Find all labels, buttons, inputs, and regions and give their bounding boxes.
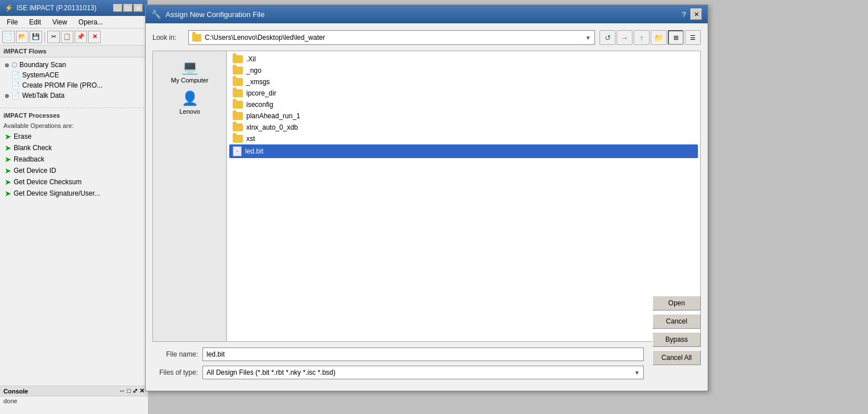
places-panel: 💻 My Computer 👤 Lenovo xyxy=(153,51,227,341)
file-label-xst: xst xyxy=(246,135,255,143)
menu-file[interactable]: File xyxy=(5,17,20,27)
process-blank-check[interactable]: ➤ Blank Check xyxy=(0,142,147,154)
close-btn[interactable]: ✕ xyxy=(134,4,143,12)
console-content: done xyxy=(0,396,148,405)
file-label-xil: .Xil xyxy=(246,55,256,63)
menu-opera[interactable]: Opera... xyxy=(76,17,105,27)
look-in-path: C:\Users\Lenovo\Desktop\led\led_water xyxy=(205,34,325,42)
minimize-btn[interactable]: _ xyxy=(113,4,122,12)
menu-view[interactable]: View xyxy=(50,17,69,27)
folder-icon-planahead xyxy=(233,112,243,120)
combo-dropdown-arrow[interactable]: ▼ xyxy=(585,35,591,41)
console-expand[interactable]: ⤢ xyxy=(133,387,138,395)
sidebar-item-webtalk[interactable]: ⊕ 📄 WebTalk Data xyxy=(0,90,147,101)
new-btn[interactable]: 📄 xyxy=(2,31,15,43)
process-erase[interactable]: ➤ Erase xyxy=(0,131,147,142)
folder-icon-xil xyxy=(233,55,243,63)
dialog-close-button[interactable]: ✕ xyxy=(691,9,702,20)
app-toolbar: 📄 📂 💾 ✂ 📋 📌 ✕ xyxy=(0,28,147,45)
look-in-combo[interactable]: C:\Users\Lenovo\Desktop\led\led_water ▼ xyxy=(188,30,595,45)
app-title: ISE iMPACT (P.20131013) xyxy=(16,4,97,12)
file-item-ipcore[interactable]: ipcore_dir xyxy=(229,88,698,99)
sidebar-item-create-prom[interactable]: 📄 Create PROM File (PRO... xyxy=(0,80,147,90)
console-close[interactable]: ✕ xyxy=(139,387,144,395)
save-btn[interactable]: 💾 xyxy=(30,31,42,43)
arrow-icon-erase: ➤ xyxy=(5,132,11,141)
action-buttons: Open Cancel Bypass Cancel All xyxy=(652,296,701,365)
sidebar-tree: ⊕ ⬡ Boundary Scan 📄 SystemACE 📄 Create P… xyxy=(0,57,147,103)
files-panel: .Xil _ngo _xmsgs ipcore_dir iseconfig xyxy=(227,51,700,341)
dialog-title: Assign New Configuration File xyxy=(166,10,264,19)
files-of-type-value: All Design Files (*.bit *.rbt *.nky *.is… xyxy=(206,369,336,376)
place-my-computer[interactable]: 💻 My Computer xyxy=(155,56,224,87)
readback-label: Readback xyxy=(14,155,44,163)
get-device-id-label: Get Device ID xyxy=(14,167,56,175)
file-item-xlnx[interactable]: xlnx_auto_0_xdb xyxy=(229,122,698,133)
help-button[interactable]: ? xyxy=(682,10,686,19)
bypass-button[interactable]: Bypass xyxy=(652,332,701,347)
boundary-scan-label: Boundary Scan xyxy=(19,61,66,69)
files-of-type-select[interactable]: All Design Files (*.bit *.rbt *.nky *.is… xyxy=(202,366,644,379)
toolbar-sep1 xyxy=(44,32,45,42)
process-get-device-id[interactable]: ➤ Get Device ID xyxy=(0,165,147,176)
open-button[interactable]: Open xyxy=(652,296,701,310)
files-of-type-label: Files of type: xyxy=(152,369,198,376)
delete-btn[interactable]: ✕ xyxy=(88,31,101,43)
view-icons-btn[interactable]: ⊞ xyxy=(668,30,684,45)
place-lenovo[interactable]: 👤 Lenovo xyxy=(155,87,224,118)
nav-new-folder-btn[interactable]: 📁 xyxy=(651,30,667,45)
sidebar-item-boundary-scan[interactable]: ⊕ ⬡ Boundary Scan xyxy=(0,60,147,70)
file-item-xil[interactable]: .Xil xyxy=(229,53,698,65)
nav-back-btn[interactable]: ↺ xyxy=(600,30,615,45)
cancel-all-button[interactable]: Cancel All xyxy=(652,350,701,365)
paste-btn[interactable]: 📌 xyxy=(75,31,87,43)
console-arrow-left[interactable]: ↔ xyxy=(119,387,125,395)
bit-file-icon: ▪ xyxy=(233,146,242,156)
file-item-xmsgs[interactable]: _xmsgs xyxy=(229,76,698,88)
folder-icon-ngo xyxy=(233,67,243,74)
view-list-btn[interactable]: ☰ xyxy=(685,30,701,45)
open-btn[interactable]: 📂 xyxy=(16,31,28,43)
look-in-label: Look in: xyxy=(152,34,184,42)
nav-forward-btn[interactable]: → xyxy=(617,30,633,45)
type-dropdown-arrow[interactable]: ▼ xyxy=(634,370,640,376)
user-icon: 👤 xyxy=(181,90,199,106)
file-item-planahead[interactable]: planAhead_run_1 xyxy=(229,110,698,122)
doc-icon: 📄 xyxy=(11,71,20,79)
files-of-type-row: Files of type: All Design Files (*.bit *… xyxy=(152,366,644,379)
folder-icon xyxy=(192,34,201,42)
sidebar-item-systemace[interactable]: 📄 SystemACE xyxy=(0,70,147,80)
file-item-iseconfig[interactable]: iseconfig xyxy=(229,99,698,110)
process-get-signature[interactable]: ➤ Get Device Signature/User... xyxy=(0,188,147,199)
browser-container: 💻 My Computer 👤 Lenovo .Xil _ngo xyxy=(152,51,701,342)
console-bar: Console ↔ □ ⤢ ✕ done xyxy=(0,386,148,414)
available-ops-title: Available Operations are: xyxy=(0,121,147,131)
file-label-planahead: planAhead_run_1 xyxy=(246,112,300,120)
nav-up-btn[interactable]: ↑ xyxy=(634,30,650,45)
computer-icon: 💻 xyxy=(181,59,199,75)
file-item-ngo[interactable]: _ngo xyxy=(229,65,698,76)
sidebar-section1-title: iMPACT Flows xyxy=(0,45,147,57)
process-get-checksum[interactable]: ➤ Get Device Checksum xyxy=(0,176,147,188)
folder-icon-xlnx xyxy=(233,123,243,131)
file-item-ledbit[interactable]: ▪ led.bit xyxy=(229,144,698,158)
console-maximize[interactable]: □ xyxy=(127,387,131,395)
console-label: Console xyxy=(3,388,28,395)
sidebar-section2: iMPACT Processes Available Operations ar… xyxy=(0,107,147,199)
arrow-icon-readback: ➤ xyxy=(5,155,11,164)
cancel-button[interactable]: Cancel xyxy=(652,314,701,329)
arrow-icon-sig: ➤ xyxy=(5,189,11,198)
folder-icon-xmsgs xyxy=(233,78,243,86)
console-title-bar: Console ↔ □ ⤢ ✕ xyxy=(0,386,148,396)
copy-btn[interactable]: 📋 xyxy=(61,31,73,43)
maximize-btn[interactable]: □ xyxy=(123,4,133,12)
file-item-xst[interactable]: xst xyxy=(229,133,698,144)
process-readback[interactable]: ➤ Readback xyxy=(0,154,147,165)
arrow-icon-devid: ➤ xyxy=(5,166,11,175)
menu-edit[interactable]: Edit xyxy=(27,17,43,27)
file-name-row: File name: xyxy=(152,347,644,361)
file-name-input[interactable] xyxy=(202,347,644,361)
cut-btn[interactable]: ✂ xyxy=(47,31,60,43)
dialog-body: Look in: C:\Users\Lenovo\Desktop\led\led… xyxy=(146,23,708,391)
console-text: done xyxy=(3,398,17,404)
